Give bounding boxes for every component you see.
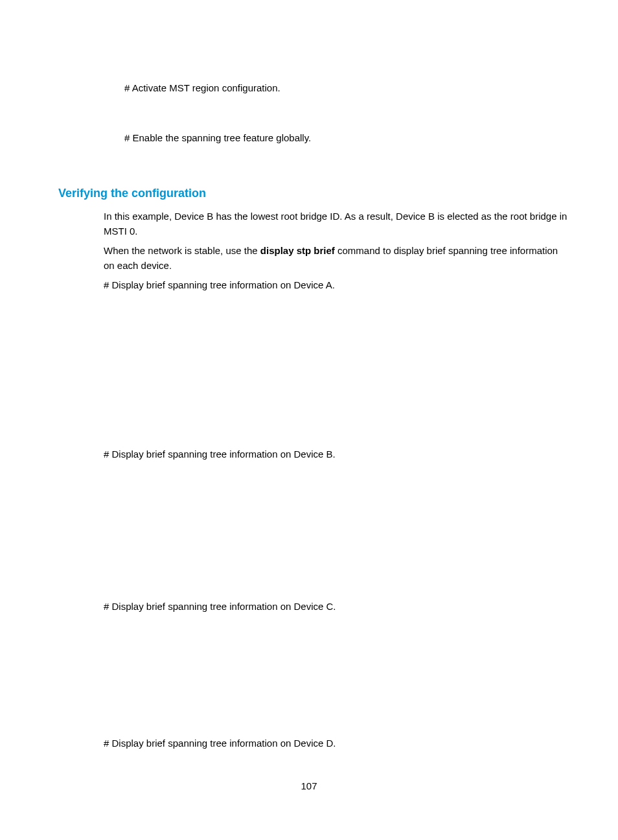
command-bold: display stp brief xyxy=(260,245,335,256)
spacer xyxy=(58,101,569,131)
text-segment: When the network is stable, use the xyxy=(104,245,260,256)
para-device-d: # Display brief spanning tree informatio… xyxy=(104,736,569,751)
para-device-b: # Display brief spanning tree informatio… xyxy=(104,447,569,462)
para-device-c: # Display brief spanning tree informatio… xyxy=(104,600,569,614)
page-number: 107 xyxy=(0,780,618,791)
spacer xyxy=(58,150,569,169)
para-root-bridge: In this example, Device B has the lowest… xyxy=(104,209,569,239)
spacer xyxy=(58,620,569,736)
para-device-a: # Display brief spanning tree informatio… xyxy=(104,278,569,293)
para-activate-mst: # Activate MST region configuration. xyxy=(124,81,569,96)
spacer xyxy=(58,467,569,600)
spacer xyxy=(58,298,569,447)
page-content: # Activate MST region configuration. # E… xyxy=(58,81,569,756)
section-heading-verifying: Verifying the configuration xyxy=(58,187,569,200)
para-display-stp: When the network is stable, use the disp… xyxy=(104,244,569,273)
para-enable-stp: # Enable the spanning tree feature globa… xyxy=(124,131,569,146)
